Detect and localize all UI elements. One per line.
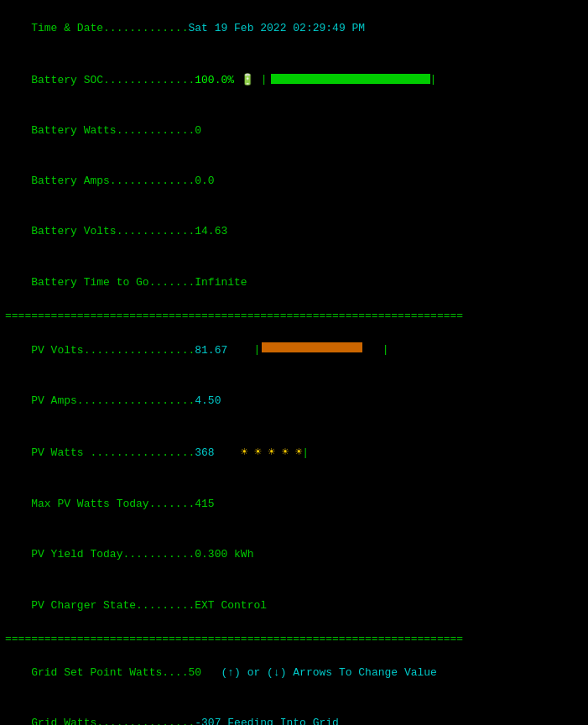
battery-amps-label: Battery Amps............. (31, 175, 195, 187)
grid-watts-line: Grid Watts...............-307 Feeding In… (5, 698, 583, 725)
battery-soc-label: Battery SOC.............. (31, 73, 195, 86)
pv-watts-label: PV Watts ................ (31, 446, 195, 459)
battery-soc-line: Battery SOC..............100.0% 🔋 || (5, 54, 583, 105)
pv-volts-line: PV Volts.................81.67 | | (5, 325, 583, 376)
max-pv-label: Max PV Watts Today....... (31, 498, 195, 510)
battery-bar-container: || (254, 71, 436, 88)
pv-amps-value: 4.50 (195, 394, 221, 407)
pv-volts-value: 81.67 (195, 344, 227, 357)
grid-watts-label: Grid Watts............... (31, 717, 195, 725)
battery-bar (271, 74, 430, 84)
battery-amps-line: Battery Amps.............0.0 (5, 156, 583, 206)
sun-icon-5: ☀ (295, 446, 302, 459)
sun-icon-2: ☀ (254, 446, 261, 459)
battery-time-value: Infinite (195, 276, 247, 289)
sun-icon-4: ☀ (282, 446, 289, 459)
battery-icon: 🔋 (241, 73, 254, 86)
pv-charger-value: EXT Control (195, 599, 267, 612)
battery-time-label: Battery Time to Go....... (31, 276, 195, 289)
battery-watts-value: 0 (195, 124, 201, 137)
grid-setpoint-value: 50 (188, 666, 201, 679)
pv-watts-line: PV Watts ................368 ☀ ☀ ☀ ☀ ☀| (5, 427, 583, 479)
max-pv-value: 415 (195, 498, 214, 510)
pv-yield-value: 0.300 kWh (195, 548, 253, 561)
time-line: Time & Date.............Sat 19 Feb 2022 … (5, 3, 583, 54)
main-container: Time & Date.............Sat 19 Feb 2022 … (5, 3, 583, 725)
pv-amps-label: PV Amps.................. (31, 394, 195, 407)
pv-bar (262, 342, 362, 352)
pv-watts-value: 368 (195, 446, 214, 459)
pv-yield-line: PV Yield Today...........0.300 kWh (5, 529, 583, 580)
sep1: ========================================… (5, 308, 583, 325)
sep2: ========================================… (5, 631, 583, 648)
battery-soc-value: 100.0% (195, 73, 234, 86)
sun-icon-3: ☀ (268, 446, 274, 459)
battery-watts-label: Battery Watts............ (31, 124, 195, 137)
time-value: Sat 19 Feb 2022 02:29:49 PM (188, 22, 365, 34)
max-pv-line: Max PV Watts Today.......415 (5, 479, 583, 529)
pv-volts-label: PV Volts................. (31, 344, 195, 357)
time-label: Time & Date............. (31, 22, 188, 34)
pv-yield-label: PV Yield Today........... (31, 548, 195, 561)
battery-volts-label: Battery Volts............ (31, 225, 195, 237)
pv-charger-line: PV Charger State.........EXT Control (5, 580, 583, 630)
battery-amps-value: 0.0 (195, 175, 214, 187)
grid-watts-value: -307 (195, 717, 221, 725)
battery-time-line: Battery Time to Go.......Infinite (5, 258, 583, 308)
battery-volts-line: Battery Volts............14.63 (5, 206, 583, 257)
battery-watts-line: Battery Watts............0 (5, 105, 583, 155)
pv-charger-label: PV Charger State......... (31, 599, 195, 612)
grid-setpoint-line: Grid Set Point Watts....50 (↑) or (↓) Ar… (5, 648, 583, 698)
sun-icon-1: ☀ (241, 446, 247, 459)
grid-setpoint-hint: (↑) or (↓) Arrows To Change Value (221, 666, 436, 679)
pv-amps-line: PV Amps..................4.50 (5, 376, 583, 426)
battery-volts-value: 14.63 (195, 225, 227, 237)
pv-bar-container: | | (254, 342, 389, 358)
grid-watts-status: Feeding Into Grid (227, 717, 339, 725)
grid-setpoint-label: Grid Set Point Watts.... (31, 666, 188, 679)
